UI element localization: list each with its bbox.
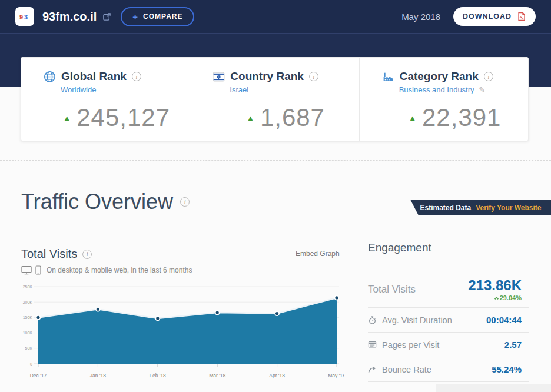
svg-text:Jan '18: Jan '18: [90, 373, 106, 378]
info-icon[interactable]: i: [484, 72, 493, 81]
info-icon[interactable]: i: [180, 197, 190, 207]
compare-button-label: COMPARE: [143, 12, 182, 21]
engagement-label: Bounce Rate: [382, 365, 431, 374]
bounce-rate-value: 55.24%: [492, 364, 522, 374]
factory-icon: [382, 71, 394, 83]
chart-subtitle: On desktop & mobile web, in the last 6 m…: [21, 265, 192, 275]
section-divider: [0, 160, 551, 161]
svg-text:200K: 200K: [23, 300, 33, 304]
download-button-label: DOWNLOAD: [463, 12, 512, 21]
engagement-row-pages-per-visit: Pages per Visit 2.57: [368, 333, 529, 357]
rank-up-icon: ▲: [63, 114, 71, 122]
plus-icon: +: [132, 12, 138, 22]
global-rank-scope-link[interactable]: Worldwide: [61, 85, 96, 94]
report-date: May 2018: [401, 12, 440, 22]
svg-text:100K: 100K: [23, 331, 33, 335]
bottom-partial-block: [436, 384, 551, 392]
total-visits-title: Total Visits: [21, 247, 77, 261]
site-title: 93fm.co.il: [42, 10, 97, 24]
country-rank-panel: Country Rank i Israel ▲ 1,687: [190, 58, 359, 141]
country-rank-title: Country Rank: [230, 70, 304, 83]
global-rank-value: 245,127: [77, 104, 170, 132]
pages-icon: [368, 340, 377, 349]
total-visits-chart[interactable]: 050K100K150K200K250KDec '17Jan '18Feb '1…: [21, 281, 344, 383]
category-rank-value: 22,391: [422, 104, 501, 132]
pages-per-visit-value: 2.57: [504, 340, 522, 350]
rank-summary-card: Global Rank i Worldwide ▲ 245,127 Countr…: [21, 57, 529, 141]
site-favicon: 9 3: [15, 7, 34, 26]
desktop-icon: [21, 265, 32, 275]
svg-text:Apr '18: Apr '18: [269, 373, 285, 378]
global-rank-title: Global Rank: [61, 70, 127, 83]
avg-visit-duration-value: 00:04:44: [486, 315, 522, 325]
svg-text:Mar '18: Mar '18: [209, 373, 225, 378]
engagement-label: Avg. Visit Duration: [382, 315, 452, 325]
pdf-icon: [517, 12, 526, 21]
engagement-label: Pages per Visit: [382, 340, 439, 350]
download-button[interactable]: DOWNLOAD: [453, 7, 536, 26]
external-link-icon[interactable]: [102, 12, 111, 21]
svg-text:250K: 250K: [23, 285, 33, 289]
svg-text:50K: 50K: [25, 346, 33, 350]
engagement-row-bounce-rate: Bounce Rate 55.24%: [368, 357, 529, 382]
mobile-icon: [35, 265, 41, 275]
top-bar: 9 3 93fm.co.il + COMPARE May 2018 DOWNLO…: [0, 0, 551, 34]
verify-website-link[interactable]: Verify Your Website: [476, 204, 541, 212]
svg-text:Dec '17: Dec '17: [30, 373, 47, 378]
israel-flag-icon: [213, 71, 225, 83]
category-rank-scope-link[interactable]: Business and Industry: [399, 85, 474, 94]
svg-text:150K: 150K: [23, 315, 33, 320]
country-rank-value: 1,687: [260, 104, 325, 132]
engagement-title: Engagement: [368, 241, 529, 254]
info-icon[interactable]: i: [309, 72, 318, 81]
embed-graph-link[interactable]: Embed Graph: [296, 250, 340, 258]
rank-up-icon: ▲: [247, 114, 254, 122]
category-rank-title: Category Rank: [400, 70, 479, 83]
svg-text:3: 3: [24, 14, 28, 21]
svg-text:Feb '18: Feb '18: [150, 373, 166, 378]
rank-up-icon: ▲: [409, 114, 416, 122]
total-visits-change: 29.04%: [500, 294, 522, 301]
engagement-label: Total Visits: [368, 284, 416, 295]
globe-icon: [44, 71, 56, 83]
site-logo-icon: 9 3: [19, 11, 31, 22]
total-visits-chart-area: 050K100K150K200K250KDec '17Jan '18Feb '1…: [21, 281, 344, 383]
engagement-row-total-visits: Total Visits 213.86K 29.04%: [368, 270, 529, 308]
svg-text:0: 0: [30, 362, 32, 366]
svg-text:May '18: May '18: [328, 373, 344, 378]
estimated-data-ribbon: Estimated Data Verify Your Website: [410, 200, 551, 215]
info-icon[interactable]: i: [132, 72, 141, 81]
svg-text:9: 9: [19, 14, 23, 21]
bounce-arrow-icon: [368, 365, 377, 374]
stopwatch-icon: [368, 315, 377, 325]
category-rank-panel: Category Rank i Business and Industry ✎ …: [359, 58, 528, 141]
global-rank-panel: Global Rank i Worldwide ▲ 245,127: [21, 58, 190, 141]
total-visits-value: 213.86K: [468, 278, 522, 293]
estimated-data-label: Estimated Data: [420, 204, 471, 212]
info-icon[interactable]: i: [82, 250, 92, 259]
country-rank-scope-link[interactable]: Israel: [230, 85, 248, 94]
traffic-overview-title: Traffic Overview: [21, 190, 173, 214]
compare-button[interactable]: + COMPARE: [121, 7, 194, 26]
edit-pencil-icon[interactable]: ✎: [479, 85, 485, 94]
chart-subtitle-text: On desktop & mobile web, in the last 6 m…: [47, 266, 192, 274]
title-underline: [21, 225, 83, 225]
engagement-panel: Engagement Total Visits 213.86K 29.04% A…: [368, 241, 529, 382]
chevron-up-icon: [494, 297, 499, 301]
engagement-row-avg-duration: Avg. Visit Duration 00:04:44: [368, 308, 529, 333]
